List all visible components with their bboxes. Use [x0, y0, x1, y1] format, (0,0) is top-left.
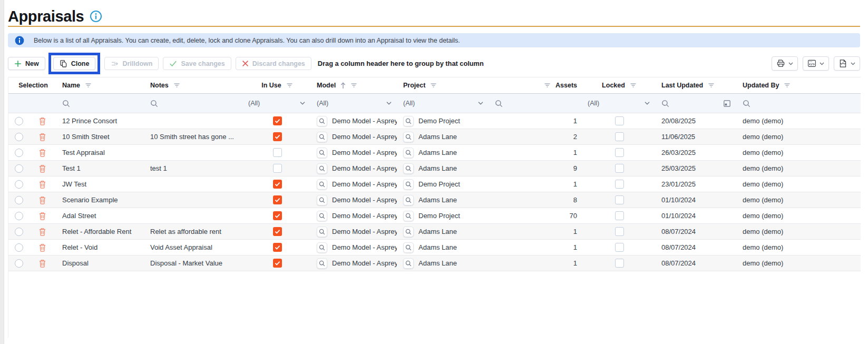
delete-row-button[interactable] — [38, 180, 46, 189]
filter-cell-locked[interactable]: (All) — [581, 94, 655, 113]
model-lookup-button[interactable] — [317, 211, 327, 221]
filter-select-project[interactable]: (All) — [403, 100, 483, 107]
locked-checkbox[interactable] — [615, 227, 624, 236]
column-header-name[interactable]: Name — [56, 77, 144, 94]
column-header-model[interactable]: Model — [310, 77, 397, 94]
filter-icon[interactable] — [85, 82, 92, 89]
column-header-project[interactable]: Project — [397, 77, 489, 94]
new-button[interactable]: New — [8, 57, 45, 70]
search-icon[interactable] — [743, 100, 750, 107]
row-select-radio[interactable] — [15, 117, 23, 125]
project-lookup-button[interactable] — [403, 195, 414, 205]
row-select-radio[interactable] — [15, 212, 23, 220]
filter-icon[interactable] — [430, 82, 437, 89]
row-select-radio[interactable] — [15, 149, 23, 157]
model-lookup-button[interactable] — [317, 132, 327, 142]
search-icon[interactable] — [62, 100, 70, 107]
info-circle-outline-icon[interactable] — [90, 10, 102, 23]
search-icon[interactable] — [495, 100, 503, 107]
project-lookup-button[interactable] — [403, 148, 414, 158]
project-lookup-button[interactable] — [403, 179, 414, 190]
chevron-down-icon[interactable] — [645, 102, 650, 105]
filter-cell-name[interactable] — [56, 94, 144, 113]
locked-checkbox[interactable] — [615, 164, 624, 173]
filter-cell-model[interactable]: (All) — [310, 94, 397, 113]
in-use-checkbox[interactable] — [273, 116, 282, 125]
model-lookup-button[interactable] — [317, 195, 327, 205]
row-select-radio[interactable] — [15, 164, 23, 173]
in-use-checkbox[interactable] — [273, 180, 282, 189]
in-use-checkbox[interactable] — [273, 227, 282, 236]
locked-checkbox[interactable] — [615, 132, 624, 141]
model-lookup-button[interactable] — [317, 163, 327, 174]
in-use-checkbox[interactable] — [273, 148, 282, 157]
filter-icon[interactable] — [173, 82, 180, 89]
column-header-notes[interactable]: Notes — [144, 77, 242, 94]
save-changes-button[interactable]: Save changes — [163, 57, 231, 70]
filter-cell-last_updated[interactable] — [655, 94, 736, 113]
filter-cell-updated_by[interactable] — [736, 94, 861, 113]
column-header-updated_by[interactable]: Updated By — [736, 77, 861, 94]
filter-cell-notes[interactable] — [144, 94, 242, 113]
project-lookup-button[interactable] — [403, 211, 414, 221]
search-icon[interactable] — [150, 100, 158, 107]
model-lookup-button[interactable] — [317, 242, 327, 253]
column-header-last_updated[interactable]: Last Updated — [655, 77, 736, 94]
delete-row-button[interactable] — [38, 117, 46, 125]
locked-checkbox[interactable] — [615, 180, 624, 189]
locked-checkbox[interactable] — [615, 243, 624, 252]
chevron-down-icon[interactable] — [386, 102, 392, 105]
in-use-checkbox[interactable] — [273, 259, 282, 268]
row-select-radio[interactable] — [15, 196, 23, 204]
date-picker-icon[interactable] — [723, 100, 731, 107]
model-lookup-button[interactable] — [317, 179, 327, 190]
filter-icon[interactable] — [630, 82, 637, 89]
project-lookup-button[interactable] — [403, 227, 414, 237]
locked-checkbox[interactable] — [615, 195, 624, 204]
row-select-radio[interactable] — [15, 259, 23, 268]
search-icon[interactable] — [661, 100, 669, 107]
model-lookup-button[interactable] — [317, 148, 327, 158]
locked-checkbox[interactable] — [615, 148, 624, 157]
project-lookup-button[interactable] — [403, 132, 414, 142]
column-header-assets[interactable]: Assets — [489, 77, 581, 94]
in-use-checkbox[interactable] — [273, 164, 282, 173]
delete-row-button[interactable] — [38, 228, 46, 236]
project-lookup-button[interactable] — [403, 116, 414, 126]
delete-row-button[interactable] — [38, 164, 46, 173]
filter-cell-assets[interactable] — [489, 94, 581, 113]
chevron-down-icon[interactable] — [478, 102, 483, 105]
export-file-button[interactable] — [834, 56, 860, 71]
model-lookup-button[interactable] — [317, 116, 327, 126]
column-header-locked[interactable]: Locked — [581, 77, 655, 94]
delete-row-button[interactable] — [38, 149, 46, 157]
code-export-button[interactable] — [803, 56, 829, 71]
filter-select-locked[interactable]: (All) — [588, 100, 650, 107]
filter-icon[interactable] — [784, 82, 791, 89]
locked-checkbox[interactable] — [615, 211, 624, 220]
print-button[interactable] — [772, 56, 798, 71]
locked-checkbox[interactable] — [615, 259, 624, 268]
row-select-radio[interactable] — [15, 228, 23, 236]
column-header-in_use[interactable]: In Use — [242, 77, 310, 94]
model-lookup-button[interactable] — [317, 227, 327, 237]
filter-cell-project[interactable]: (All) — [397, 94, 489, 113]
filter-icon[interactable] — [286, 82, 293, 89]
model-lookup-button[interactable] — [317, 258, 327, 269]
filter-icon[interactable] — [350, 82, 357, 89]
filter-cell-in_use[interactable]: (All) — [242, 94, 310, 113]
drilldown-button[interactable]: Drilldown — [104, 57, 159, 70]
delete-row-button[interactable] — [38, 196, 46, 204]
delete-row-button[interactable] — [38, 212, 46, 220]
chevron-down-icon[interactable] — [300, 102, 305, 105]
row-select-radio[interactable] — [15, 243, 23, 252]
locked-checkbox[interactable] — [615, 116, 624, 125]
row-select-radio[interactable] — [15, 180, 23, 189]
delete-row-button[interactable] — [38, 259, 46, 268]
project-lookup-button[interactable] — [403, 258, 414, 269]
delete-row-button[interactable] — [38, 243, 46, 252]
in-use-checkbox[interactable] — [273, 211, 282, 220]
discard-changes-button[interactable]: Discard changes — [236, 57, 311, 70]
column-header-selection[interactable]: Selection — [8, 77, 56, 94]
project-lookup-button[interactable] — [403, 242, 414, 253]
